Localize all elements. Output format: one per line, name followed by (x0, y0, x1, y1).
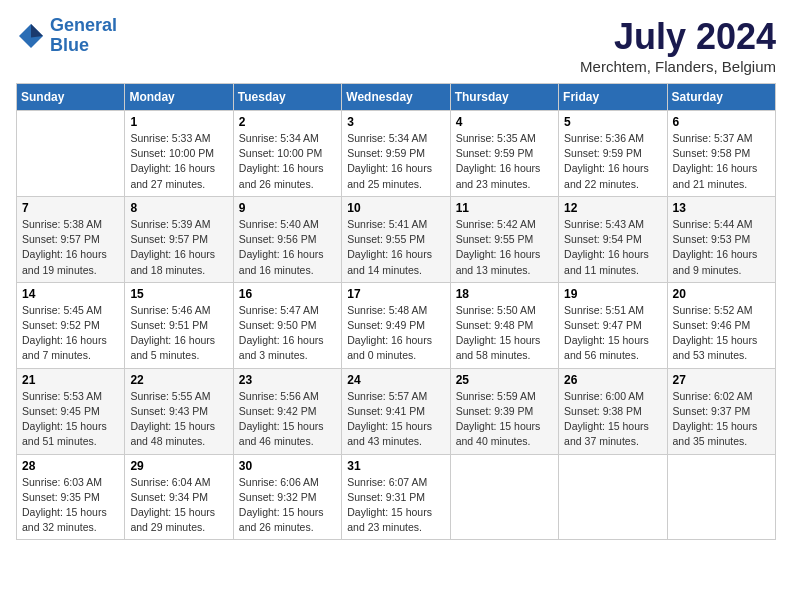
day-number: 4 (456, 115, 553, 129)
month-title: July 2024 (580, 16, 776, 58)
day-number: 31 (347, 459, 444, 473)
day-cell-8: 8Sunrise: 5:39 AM Sunset: 9:57 PM Daylig… (125, 196, 233, 282)
day-info: Sunrise: 5:36 AM Sunset: 9:59 PM Dayligh… (564, 131, 661, 192)
day-number: 25 (456, 373, 553, 387)
day-cell-1: 1Sunrise: 5:33 AM Sunset: 10:00 PM Dayli… (125, 111, 233, 197)
day-number: 27 (673, 373, 770, 387)
day-info: Sunrise: 6:04 AM Sunset: 9:34 PM Dayligh… (130, 475, 227, 536)
day-cell-12: 12Sunrise: 5:43 AM Sunset: 9:54 PM Dayli… (559, 196, 667, 282)
empty-cell (450, 454, 558, 540)
column-header-friday: Friday (559, 84, 667, 111)
week-row-1: 1Sunrise: 5:33 AM Sunset: 10:00 PM Dayli… (17, 111, 776, 197)
day-info: Sunrise: 5:48 AM Sunset: 9:49 PM Dayligh… (347, 303, 444, 364)
day-info: Sunrise: 6:07 AM Sunset: 9:31 PM Dayligh… (347, 475, 444, 536)
page-header: General Blue July 2024 Merchtem, Flander… (16, 16, 776, 75)
day-number: 8 (130, 201, 227, 215)
empty-cell (17, 111, 125, 197)
day-cell-13: 13Sunrise: 5:44 AM Sunset: 9:53 PM Dayli… (667, 196, 775, 282)
day-cell-11: 11Sunrise: 5:42 AM Sunset: 9:55 PM Dayli… (450, 196, 558, 282)
day-number: 14 (22, 287, 119, 301)
day-info: Sunrise: 5:53 AM Sunset: 9:45 PM Dayligh… (22, 389, 119, 450)
day-cell-28: 28Sunrise: 6:03 AM Sunset: 9:35 PM Dayli… (17, 454, 125, 540)
day-cell-18: 18Sunrise: 5:50 AM Sunset: 9:48 PM Dayli… (450, 282, 558, 368)
day-number: 6 (673, 115, 770, 129)
column-header-sunday: Sunday (17, 84, 125, 111)
day-info: Sunrise: 6:02 AM Sunset: 9:37 PM Dayligh… (673, 389, 770, 450)
logo-text: General Blue (50, 16, 117, 56)
day-info: Sunrise: 5:35 AM Sunset: 9:59 PM Dayligh… (456, 131, 553, 192)
day-number: 30 (239, 459, 336, 473)
day-cell-30: 30Sunrise: 6:06 AM Sunset: 9:32 PM Dayli… (233, 454, 341, 540)
day-number: 15 (130, 287, 227, 301)
day-cell-3: 3Sunrise: 5:34 AM Sunset: 9:59 PM Daylig… (342, 111, 450, 197)
day-cell-25: 25Sunrise: 5:59 AM Sunset: 9:39 PM Dayli… (450, 368, 558, 454)
day-number: 28 (22, 459, 119, 473)
day-number: 21 (22, 373, 119, 387)
location-title: Merchtem, Flanders, Belgium (580, 58, 776, 75)
day-cell-29: 29Sunrise: 6:04 AM Sunset: 9:34 PM Dayli… (125, 454, 233, 540)
day-cell-22: 22Sunrise: 5:55 AM Sunset: 9:43 PM Dayli… (125, 368, 233, 454)
day-cell-10: 10Sunrise: 5:41 AM Sunset: 9:55 PM Dayli… (342, 196, 450, 282)
day-info: Sunrise: 5:45 AM Sunset: 9:52 PM Dayligh… (22, 303, 119, 364)
day-number: 20 (673, 287, 770, 301)
empty-cell (559, 454, 667, 540)
day-cell-26: 26Sunrise: 6:00 AM Sunset: 9:38 PM Dayli… (559, 368, 667, 454)
day-info: Sunrise: 5:55 AM Sunset: 9:43 PM Dayligh… (130, 389, 227, 450)
day-cell-23: 23Sunrise: 5:56 AM Sunset: 9:42 PM Dayli… (233, 368, 341, 454)
day-number: 29 (130, 459, 227, 473)
day-number: 3 (347, 115, 444, 129)
column-header-thursday: Thursday (450, 84, 558, 111)
day-info: Sunrise: 5:59 AM Sunset: 9:39 PM Dayligh… (456, 389, 553, 450)
day-number: 7 (22, 201, 119, 215)
day-info: Sunrise: 5:37 AM Sunset: 9:58 PM Dayligh… (673, 131, 770, 192)
day-info: Sunrise: 5:34 AM Sunset: 9:59 PM Dayligh… (347, 131, 444, 192)
day-number: 11 (456, 201, 553, 215)
day-info: Sunrise: 5:34 AM Sunset: 10:00 PM Daylig… (239, 131, 336, 192)
day-cell-6: 6Sunrise: 5:37 AM Sunset: 9:58 PM Daylig… (667, 111, 775, 197)
day-number: 23 (239, 373, 336, 387)
day-info: Sunrise: 5:51 AM Sunset: 9:47 PM Dayligh… (564, 303, 661, 364)
day-info: Sunrise: 6:03 AM Sunset: 9:35 PM Dayligh… (22, 475, 119, 536)
day-cell-20: 20Sunrise: 5:52 AM Sunset: 9:46 PM Dayli… (667, 282, 775, 368)
day-info: Sunrise: 5:50 AM Sunset: 9:48 PM Dayligh… (456, 303, 553, 364)
day-cell-2: 2Sunrise: 5:34 AM Sunset: 10:00 PM Dayli… (233, 111, 341, 197)
day-number: 17 (347, 287, 444, 301)
day-number: 9 (239, 201, 336, 215)
day-number: 22 (130, 373, 227, 387)
day-number: 18 (456, 287, 553, 301)
day-number: 13 (673, 201, 770, 215)
day-cell-5: 5Sunrise: 5:36 AM Sunset: 9:59 PM Daylig… (559, 111, 667, 197)
title-block: July 2024 Merchtem, Flanders, Belgium (580, 16, 776, 75)
week-row-5: 28Sunrise: 6:03 AM Sunset: 9:35 PM Dayli… (17, 454, 776, 540)
day-cell-27: 27Sunrise: 6:02 AM Sunset: 9:37 PM Dayli… (667, 368, 775, 454)
day-cell-15: 15Sunrise: 5:46 AM Sunset: 9:51 PM Dayli… (125, 282, 233, 368)
day-info: Sunrise: 5:41 AM Sunset: 9:55 PM Dayligh… (347, 217, 444, 278)
calendar-table: SundayMondayTuesdayWednesdayThursdayFrid… (16, 83, 776, 540)
day-cell-7: 7Sunrise: 5:38 AM Sunset: 9:57 PM Daylig… (17, 196, 125, 282)
logo-icon (16, 21, 46, 51)
logo: General Blue (16, 16, 117, 56)
day-number: 12 (564, 201, 661, 215)
day-info: Sunrise: 5:33 AM Sunset: 10:00 PM Daylig… (130, 131, 227, 192)
day-info: Sunrise: 6:06 AM Sunset: 9:32 PM Dayligh… (239, 475, 336, 536)
day-info: Sunrise: 6:00 AM Sunset: 9:38 PM Dayligh… (564, 389, 661, 450)
day-info: Sunrise: 5:57 AM Sunset: 9:41 PM Dayligh… (347, 389, 444, 450)
day-cell-19: 19Sunrise: 5:51 AM Sunset: 9:47 PM Dayli… (559, 282, 667, 368)
day-cell-31: 31Sunrise: 6:07 AM Sunset: 9:31 PM Dayli… (342, 454, 450, 540)
column-header-wednesday: Wednesday (342, 84, 450, 111)
day-info: Sunrise: 5:43 AM Sunset: 9:54 PM Dayligh… (564, 217, 661, 278)
day-info: Sunrise: 5:52 AM Sunset: 9:46 PM Dayligh… (673, 303, 770, 364)
day-cell-21: 21Sunrise: 5:53 AM Sunset: 9:45 PM Dayli… (17, 368, 125, 454)
week-row-2: 7Sunrise: 5:38 AM Sunset: 9:57 PM Daylig… (17, 196, 776, 282)
day-cell-16: 16Sunrise: 5:47 AM Sunset: 9:50 PM Dayli… (233, 282, 341, 368)
day-info: Sunrise: 5:56 AM Sunset: 9:42 PM Dayligh… (239, 389, 336, 450)
day-number: 16 (239, 287, 336, 301)
day-number: 19 (564, 287, 661, 301)
column-header-monday: Monday (125, 84, 233, 111)
day-info: Sunrise: 5:42 AM Sunset: 9:55 PM Dayligh… (456, 217, 553, 278)
day-cell-24: 24Sunrise: 5:57 AM Sunset: 9:41 PM Dayli… (342, 368, 450, 454)
day-info: Sunrise: 5:44 AM Sunset: 9:53 PM Dayligh… (673, 217, 770, 278)
header-row: SundayMondayTuesdayWednesdayThursdayFrid… (17, 84, 776, 111)
day-number: 24 (347, 373, 444, 387)
day-info: Sunrise: 5:39 AM Sunset: 9:57 PM Dayligh… (130, 217, 227, 278)
